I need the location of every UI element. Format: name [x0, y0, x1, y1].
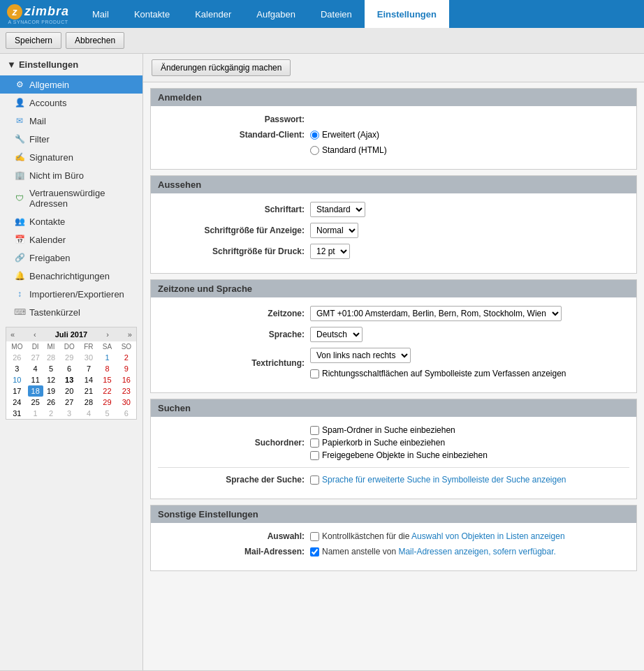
cal-cell-w0d3[interactable]: 29: [59, 352, 80, 363]
sidebar-importieren-exportieren-label: Importieren/Exportieren: [29, 289, 124, 300]
zeitzone-select[interactable]: GMT +01:00 Amsterdam, Berlin, Bern, Rom,…: [310, 306, 562, 321]
cancel-button[interactable]: Abbrechen: [66, 32, 124, 49]
sprache-suche-checkbox[interactable]: [310, 475, 319, 485]
sidebar-item-benachrichtigungen[interactable]: 🔔Benachrichtigungen: [0, 267, 142, 285]
cal-cell-w0d1[interactable]: 27: [28, 352, 43, 363]
undo-button[interactable]: Änderungen rückgängig machen: [152, 59, 291, 76]
cal-cell-w0d4[interactable]: 30: [80, 352, 98, 363]
standard-client-label: Standard-Client:: [158, 130, 305, 140]
schriftgroesse-anzeige-row: Schriftgröße für Anzeige: Klein Normal G…: [158, 223, 629, 238]
cal-cell-w4d3[interactable]: 27: [59, 397, 80, 408]
cal-cell-w4d6[interactable]: 30: [117, 397, 136, 408]
cal-cell-w5d6[interactable]: 6: [117, 408, 136, 419]
cal-cell-w1d5[interactable]: 8: [98, 363, 117, 374]
cal-cell-w0d2[interactable]: 28: [43, 352, 59, 363]
nav-item-mail[interactable]: Mail: [80, 0, 122, 28]
sidebar-item-filter[interactable]: 🔧Filter: [0, 130, 142, 148]
cal-cell-w2d5[interactable]: 15: [98, 374, 117, 385]
papierkorb-checkbox[interactable]: [310, 438, 319, 448]
passwort-row: Passwort:: [158, 115, 629, 124]
nav-item-dateien[interactable]: Dateien: [308, 0, 365, 28]
nav-item-kalender[interactable]: Kalender: [182, 0, 244, 28]
calendar-grid: MODIMIDOFRSASO 2627282930123456789101112…: [6, 341, 136, 419]
sidebar-item-importieren-exportieren[interactable]: ↕Importieren/Exportieren: [0, 285, 142, 303]
sidebar-item-kontakte[interactable]: 👥Kontakte: [0, 212, 142, 230]
cal-cell-w2d1[interactable]: 11: [28, 374, 43, 385]
schriftgroesse-anzeige-select[interactable]: Klein Normal Groß: [310, 223, 358, 238]
spam-checkbox[interactable]: [310, 426, 319, 435]
cal-cell-w4d1[interactable]: 25: [28, 397, 43, 408]
sidebar-item-mail[interactable]: ✉Mail: [0, 112, 142, 130]
save-button[interactable]: Speichern: [6, 32, 61, 49]
sidebar-item-allgemein[interactable]: ⚙Allgemein: [0, 75, 142, 94]
cal-cell-w1d3[interactable]: 6: [59, 363, 80, 374]
nav-item-einstellungen[interactable]: Einstellungen: [365, 0, 449, 28]
sidebar: ▼ Einstellungen ⚙Allgemein👤Accounts✉Mail…: [0, 54, 143, 670]
cal-cell-w0d0[interactable]: 26: [6, 352, 28, 363]
auswahl-row: Auswahl: Kontrollkästchen für die Auswah…: [158, 531, 629, 541]
cal-cell-w2d3[interactable]: 13: [59, 374, 80, 385]
schriftart-select[interactable]: Standard: [310, 202, 365, 217]
nav-item-aufgaben[interactable]: Aufgaben: [244, 0, 308, 28]
cal-cell-w3d6[interactable]: 23: [117, 385, 136, 397]
mail-adressen-checkbox[interactable]: [310, 547, 319, 556]
sidebar-section-title: ▼ Einstellungen: [0, 54, 142, 75]
cal-cell-w3d5[interactable]: 22: [98, 385, 117, 397]
cal-cell-w5d2[interactable]: 2: [43, 408, 59, 419]
sprache-suche-checkbox-label: Sprache für erweiterte Suche in Symbolle…: [322, 475, 566, 485]
cal-cell-w4d0[interactable]: 24: [6, 397, 28, 408]
sidebar-item-kalender[interactable]: 📅Kalender: [0, 230, 142, 249]
cal-cell-w3d4[interactable]: 21: [80, 385, 98, 397]
cal-cell-w5d3[interactable]: 3: [59, 408, 80, 419]
auswahl-checkbox[interactable]: [310, 532, 319, 541]
cal-cell-w2d0[interactable]: 10: [6, 374, 28, 385]
cal-next-next[interactable]: »: [128, 330, 132, 339]
cal-cell-w5d1[interactable]: 1: [28, 408, 43, 419]
cal-cell-w4d4[interactable]: 28: [80, 397, 98, 408]
html-label: Standard (HTML): [322, 145, 387, 155]
richtung-checkbox[interactable]: [310, 369, 319, 378]
cal-cell-w2d6[interactable]: 16: [117, 374, 136, 385]
sidebar-item-freigaben[interactable]: 🔗Freigaben: [0, 249, 142, 267]
nav-item-kontakte[interactable]: Kontakte: [122, 0, 182, 28]
cal-cell-w1d0[interactable]: 3: [6, 363, 28, 374]
cal-cell-w3d2[interactable]: 19: [43, 385, 59, 397]
cal-cell-w5d4[interactable]: 4: [80, 408, 98, 419]
sidebar-benachrichtigungen-label: Benachrichtigungen: [29, 271, 110, 281]
freigegebene-checkbox[interactable]: [310, 451, 319, 460]
cal-cell-w1d4[interactable]: 7: [80, 363, 98, 374]
sidebar-item-signaturen[interactable]: ✍Signaturen: [0, 148, 142, 166]
spam-label: Spam-Ordner in Suche einbeziehen: [322, 425, 455, 435]
cal-cell-w4d2[interactable]: 26: [43, 397, 59, 408]
sidebar-item-vertrauenswuerdige[interactable]: 🛡Vertrauenswürdige Adressen: [0, 184, 142, 212]
cal-cell-w2d2[interactable]: 12: [43, 374, 59, 385]
cal-cell-w0d5[interactable]: 1: [98, 352, 117, 363]
cal-cell-w2d4[interactable]: 14: [80, 374, 98, 385]
textrichtung-select[interactable]: Von links nach rechts Von rechts nach li…: [310, 348, 411, 363]
cal-cell-w1d6[interactable]: 9: [117, 363, 136, 374]
cal-cell-w5d0[interactable]: 31: [6, 408, 28, 419]
cal-next[interactable]: ›: [106, 330, 109, 339]
html-radio[interactable]: [310, 146, 319, 155]
cal-cell-w3d3[interactable]: 20: [59, 385, 80, 397]
section-zeitzone: Zeitzone und Sprache Zeitzone: GMT +01:0…: [150, 279, 637, 393]
cal-prev-prev[interactable]: «: [10, 330, 15, 339]
cal-cell-w5d5[interactable]: 5: [98, 408, 117, 419]
cal-cell-w3d1[interactable]: 18: [28, 385, 43, 397]
cal-cell-w3d0[interactable]: 17: [6, 385, 28, 397]
sprache-select[interactable]: Deutsch: [310, 327, 363, 342]
cal-prev[interactable]: ‹: [34, 330, 36, 339]
sidebar-item-nicht-im-buero[interactable]: 🏢Nicht im Büro: [0, 166, 142, 184]
cal-cell-w1d2[interactable]: 5: [43, 363, 59, 374]
ajax-radio[interactable]: [310, 131, 319, 140]
sidebar-item-accounts[interactable]: 👤Accounts: [0, 94, 142, 112]
main-layout: ▼ Einstellungen ⚙Allgemein👤Accounts✉Mail…: [0, 54, 644, 670]
schriftgroesse-druck-select[interactable]: 8 pt 10 pt 12 pt 14 pt: [310, 244, 350, 259]
cal-cell-w4d5[interactable]: 29: [98, 397, 117, 408]
sidebar-accounts-label: Accounts: [29, 98, 66, 108]
cal-cell-w0d6[interactable]: 2: [117, 352, 136, 363]
sidebar-item-tastenkuerzel[interactable]: ⌨Tastenkürzel: [0, 303, 142, 321]
section-suchen-header: Suchen: [151, 399, 636, 417]
cal-cell-w1d1[interactable]: 4: [28, 363, 43, 374]
sidebar-benachrichtigungen-icon: 🔔: [14, 270, 25, 281]
